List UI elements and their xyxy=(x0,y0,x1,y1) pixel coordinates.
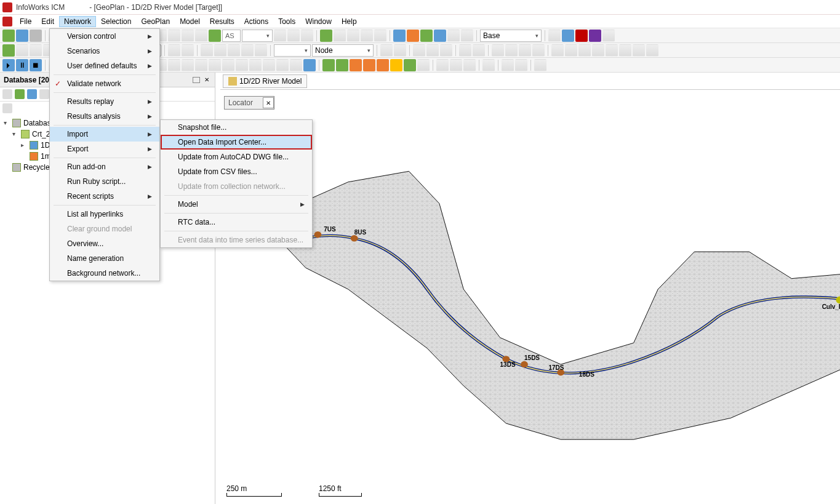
locator-close-icon[interactable]: ✕ xyxy=(263,97,274,108)
tb-icon[interactable] xyxy=(436,59,449,71)
menu-model[interactable]: Model xyxy=(175,16,205,27)
tb-icon[interactable] xyxy=(30,44,42,57)
tb-icon[interactable] xyxy=(578,44,591,57)
menu-item-export[interactable]: Export▶ xyxy=(50,142,159,156)
tb-icon[interactable] xyxy=(334,30,346,42)
tb-icon[interactable] xyxy=(417,59,430,71)
tb-icon[interactable] xyxy=(347,30,359,42)
panel-close-icon[interactable]: ✕ xyxy=(202,76,211,84)
menu-item-run-add-on[interactable]: Run add-on▶ xyxy=(50,159,159,174)
tb-icon[interactable] xyxy=(255,44,267,57)
tb-icon[interactable] xyxy=(551,44,564,57)
tb-icon[interactable] xyxy=(565,44,577,57)
tb-icon[interactable] xyxy=(502,59,514,71)
panel-dock-icon[interactable] xyxy=(193,77,200,83)
tb-icon[interactable] xyxy=(473,44,485,57)
tb-icon[interactable] xyxy=(274,30,286,42)
tb-zoom-out-icon[interactable] xyxy=(426,44,439,57)
tb-icon[interactable] xyxy=(534,59,546,71)
tb-icon[interactable] xyxy=(322,59,335,71)
menu-item-list-all-hyperlinks[interactable]: List all hyperlinks xyxy=(50,207,159,222)
panel-home-icon[interactable] xyxy=(27,89,37,99)
tb-icon[interactable] xyxy=(434,30,446,42)
tb-combo-node[interactable]: Node xyxy=(312,44,374,57)
tb-icon[interactable] xyxy=(420,30,433,42)
tb-icon[interactable] xyxy=(390,59,402,71)
tb-icon[interactable] xyxy=(589,30,601,42)
submenu-item-model[interactable]: Model▶ xyxy=(161,197,312,212)
submenu-item-snapshot-file[interactable]: Snapshot file... xyxy=(161,120,312,135)
tb-save-icon[interactable] xyxy=(30,30,42,42)
tb-icon[interactable] xyxy=(228,44,240,57)
menu-item-version-control[interactable]: Version control▶ xyxy=(50,29,159,44)
tb-combo-type[interactable] xyxy=(274,44,311,57)
menu-geoplan[interactable]: GeoPlan xyxy=(136,16,175,27)
menu-item-results-analysis[interactable]: Results analysis▶ xyxy=(50,109,159,124)
tb-icon[interactable] xyxy=(182,59,194,71)
tb-icon[interactable] xyxy=(505,44,518,57)
tb-icon[interactable] xyxy=(461,30,473,42)
tb-icon[interactable] xyxy=(168,30,180,42)
menu-window[interactable]: Window xyxy=(300,16,337,27)
tb-icon[interactable] xyxy=(201,44,213,57)
menu-item-user-defined-defaults[interactable]: User defined defaults▶ xyxy=(50,58,159,73)
tb-icon[interactable] xyxy=(515,59,527,71)
tb-icon[interactable] xyxy=(303,59,316,71)
tb-icon[interactable] xyxy=(195,59,207,71)
tb-icon[interactable] xyxy=(519,44,531,57)
tb-icon[interactable] xyxy=(214,44,226,57)
menu-edit[interactable]: Edit xyxy=(36,16,59,27)
tb-icon[interactable] xyxy=(602,30,615,42)
tb-icon[interactable] xyxy=(407,30,419,42)
menu-item-name-generation[interactable]: Name generation xyxy=(50,251,159,266)
tb-icon[interactable] xyxy=(393,30,406,42)
tb-icon[interactable] xyxy=(16,44,28,57)
tb-icon[interactable] xyxy=(301,30,313,42)
tb-icon[interactable] xyxy=(380,44,393,57)
tb-combo-base[interactable]: Base xyxy=(480,30,542,42)
tb-icon[interactable] xyxy=(394,44,406,57)
tb-zoom-fit-icon[interactable] xyxy=(440,44,452,57)
tb-icon[interactable] xyxy=(363,59,375,71)
tb-icon[interactable] xyxy=(646,44,658,57)
menu-results[interactable]: Results xyxy=(205,16,239,27)
tb-icon[interactable] xyxy=(562,30,574,42)
menu-item-scenarios[interactable]: Scenarios▶ xyxy=(50,44,159,58)
tb-pause-icon[interactable]: ⏸ xyxy=(16,59,28,71)
panel-icon[interactable] xyxy=(2,103,12,113)
tb-icon[interactable] xyxy=(374,30,386,42)
panel-tool-icon[interactable] xyxy=(39,89,49,99)
menu-item-import[interactable]: Import▶ xyxy=(50,127,159,142)
panel-back-icon[interactable] xyxy=(2,89,12,99)
tb-icon[interactable] xyxy=(209,30,221,42)
tb-icon[interactable] xyxy=(222,59,234,71)
menu-selection[interactable]: Selection xyxy=(96,16,136,27)
document-tab-rivermodel[interactable]: 1D/2D River Model xyxy=(223,74,307,88)
tb-icon[interactable] xyxy=(182,30,194,42)
tb-icon[interactable] xyxy=(606,44,618,57)
tb-icon[interactable] xyxy=(336,59,348,71)
submenu-item-rtc-data[interactable]: RTC data... xyxy=(161,215,312,230)
map-canvas[interactable]: Locator ✕ xyxy=(220,90,840,504)
tb-icon[interactable] xyxy=(361,30,373,42)
tb-icon[interactable] xyxy=(575,30,588,42)
tb-icon[interactable] xyxy=(195,30,207,42)
menu-item-recent-scripts[interactable]: Recent scripts▶ xyxy=(50,189,159,204)
tb-icon[interactable] xyxy=(287,30,300,42)
menu-file[interactable]: File xyxy=(15,16,36,27)
tb-icon[interactable] xyxy=(236,59,248,71)
submenu-item-open-data-import-center[interactable]: Open Data Import Center... xyxy=(161,135,312,150)
tb-icon[interactable] xyxy=(633,44,645,57)
tb-icon[interactable] xyxy=(447,30,460,42)
tb-icon[interactable] xyxy=(290,59,302,71)
tb-icon[interactable] xyxy=(249,59,262,71)
tb-icon[interactable] xyxy=(532,44,545,57)
menu-actions[interactable]: Actions xyxy=(239,16,273,27)
tb-play-icon[interactable]: ⏵ xyxy=(2,59,15,71)
tb-icon[interactable] xyxy=(168,44,180,57)
menu-network[interactable]: Network xyxy=(59,16,96,27)
tb-icon[interactable] xyxy=(168,59,180,71)
tb-icon[interactable] xyxy=(377,59,389,71)
tb-icon[interactable] xyxy=(209,59,221,71)
menu-item-results-replay[interactable]: Results replay▶ xyxy=(50,94,159,109)
